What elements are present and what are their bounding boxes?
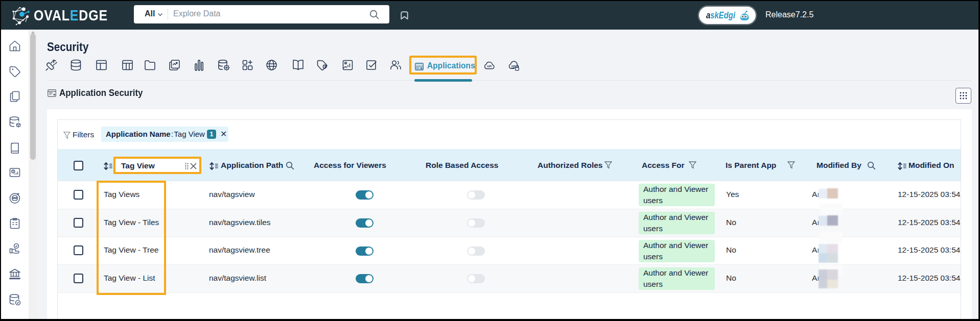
svg-text:API: API	[511, 65, 516, 68]
svg-text:API: API	[487, 65, 492, 68]
